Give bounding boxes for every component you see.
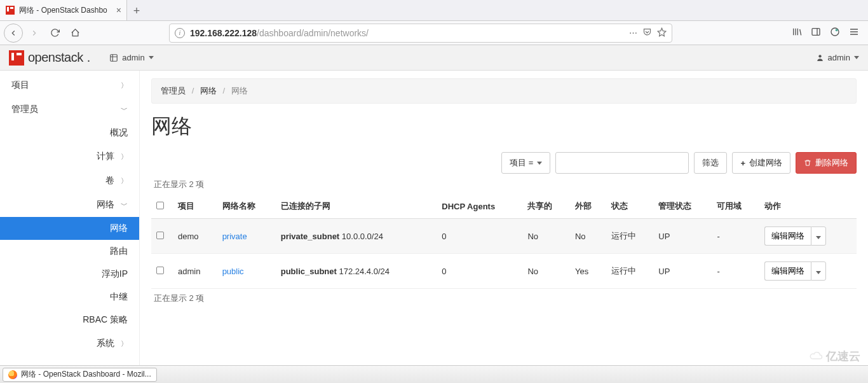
library-icon[interactable] bbox=[792, 27, 802, 39]
col-status[interactable]: 状态 bbox=[606, 194, 653, 219]
table-caption-top: 正在显示 2 项 bbox=[154, 179, 854, 190]
cell-az: - bbox=[712, 219, 759, 254]
sidebar-icon[interactable] bbox=[811, 27, 821, 39]
sidebar-compute[interactable]: 计算 〉 bbox=[0, 144, 139, 169]
new-tab-button[interactable]: + bbox=[127, 1, 146, 20]
breadcrumb: 管理员 / 网络 / 网络 bbox=[151, 78, 857, 104]
cell-status: 运行中 bbox=[606, 219, 653, 254]
sidebar-item-rbac[interactable]: RBAC 策略 bbox=[0, 309, 139, 331]
sidebar-project[interactable]: 项目 〉 bbox=[0, 73, 139, 97]
sidebar-volume[interactable]: 卷 〉 bbox=[0, 169, 139, 193]
breadcrumb-item[interactable]: 网络 bbox=[200, 86, 217, 95]
forward-button[interactable] bbox=[25, 24, 43, 42]
os-taskbar: 网络 - OpenStack Dashboard - Mozil... bbox=[0, 365, 868, 383]
row-action-menu[interactable] bbox=[811, 226, 826, 246]
cell-project: demo bbox=[173, 219, 217, 254]
caret-down-icon bbox=[816, 271, 821, 274]
filter-button[interactable]: 筛选 bbox=[694, 152, 727, 174]
col-project[interactable]: 项目 bbox=[173, 194, 217, 219]
col-actions: 动作 bbox=[759, 194, 857, 219]
col-az[interactable]: 可用域 bbox=[712, 194, 759, 219]
site-info-icon[interactable]: i bbox=[175, 28, 185, 38]
browser-toolbar: i 192.168.222.128/dashboard/admin/networ… bbox=[0, 21, 868, 45]
row-action-menu[interactable] bbox=[811, 261, 826, 281]
cell-az: - bbox=[712, 254, 759, 289]
col-external[interactable]: 外部 bbox=[570, 194, 606, 219]
table-toolbar: 项目 = 筛选 + 创建网络 删除网络 bbox=[151, 152, 857, 174]
sidebar-overview[interactable]: 概况 bbox=[0, 122, 139, 144]
sidebar-system[interactable]: 系统 〉 bbox=[0, 331, 139, 356]
domain-selector-label: admin bbox=[122, 53, 144, 62]
sidebar-network-group[interactable]: 网络 ﹀ bbox=[0, 193, 139, 217]
watermark: 亿速云 bbox=[810, 349, 860, 364]
profile-icon[interactable] bbox=[830, 27, 840, 39]
cell-project: admin bbox=[173, 254, 217, 289]
pocket-icon[interactable] bbox=[642, 27, 652, 39]
openstack-logo[interactable]: openstack. bbox=[9, 50, 90, 66]
url-bar[interactable]: i 192.168.222.128/dashboard/admin/networ… bbox=[169, 24, 672, 43]
domain-selector[interactable]: admin bbox=[109, 53, 153, 62]
svg-rect-1 bbox=[7, 7, 9, 11]
col-admin-state[interactable]: 管理状态 bbox=[653, 194, 712, 219]
row-action-split: 编辑网络 bbox=[764, 226, 826, 246]
edit-network-button[interactable]: 编辑网络 bbox=[764, 261, 811, 281]
sidebar-item-network[interactable]: 网络 bbox=[0, 217, 139, 240]
sidebar-item-floating-ip[interactable]: 浮动IP bbox=[0, 263, 139, 286]
menu-icon[interactable] bbox=[849, 27, 859, 39]
cell-shared: No bbox=[522, 254, 569, 289]
tab-title: 网络 - OpenStack Dashbo bbox=[19, 5, 112, 16]
table-caption-bottom: 正在显示 2 项 bbox=[154, 293, 854, 304]
col-subnets[interactable]: 已连接的子网 bbox=[276, 194, 437, 219]
sidebar-admin[interactable]: 管理员 ﹀ bbox=[0, 97, 139, 122]
home-button[interactable] bbox=[66, 24, 84, 42]
filter-type-select[interactable]: 项目 = bbox=[501, 152, 550, 174]
user-icon bbox=[816, 53, 824, 62]
col-name[interactable]: 网络名称 bbox=[217, 194, 276, 219]
sidebar-item-trunk[interactable]: 中继 bbox=[0, 286, 139, 309]
chevron-right-icon: 〉 bbox=[121, 339, 128, 349]
reload-button[interactable] bbox=[46, 24, 64, 42]
close-tab-icon[interactable]: × bbox=[116, 5, 121, 15]
svg-rect-2 bbox=[10, 7, 13, 9]
user-menu-label: admin bbox=[828, 53, 850, 62]
bookmark-star-icon[interactable] bbox=[657, 27, 667, 39]
breadcrumb-item[interactable]: 管理员 bbox=[161, 86, 186, 95]
svg-point-5 bbox=[836, 29, 838, 31]
caret-down-icon bbox=[537, 162, 542, 165]
network-link[interactable]: public bbox=[222, 267, 244, 276]
create-network-button[interactable]: + 创建网络 bbox=[732, 152, 790, 174]
cell-subnets: private_subnet 10.0.0.0/24 bbox=[276, 219, 437, 254]
networks-table: 项目 网络名称 已连接的子网 DHCP Agents 共享的 外部 状态 管理状… bbox=[151, 194, 857, 289]
caret-down-icon bbox=[854, 56, 859, 59]
select-all-checkbox[interactable] bbox=[156, 202, 164, 209]
openstack-wordmark: openstack bbox=[28, 50, 83, 65]
caret-down-icon bbox=[149, 56, 154, 59]
user-menu[interactable]: admin bbox=[816, 53, 859, 62]
col-shared[interactable]: 共享的 bbox=[522, 194, 569, 219]
cell-dhcp: 0 bbox=[437, 219, 522, 254]
sidebar-item-router[interactable]: 路由 bbox=[0, 240, 139, 263]
row-checkbox[interactable] bbox=[156, 267, 164, 274]
chevron-right-icon: 〉 bbox=[121, 81, 128, 90]
row-action-split: 编辑网络 bbox=[764, 261, 826, 281]
delete-network-button[interactable]: 删除网络 bbox=[796, 152, 857, 174]
taskbar-item[interactable]: 网络 - OpenStack Dashboard - Mozil... bbox=[3, 368, 157, 382]
cloud-icon bbox=[810, 352, 824, 361]
firefox-icon bbox=[8, 370, 17, 379]
back-button[interactable] bbox=[4, 24, 23, 43]
browser-tab[interactable]: 网络 - OpenStack Dashbo × bbox=[0, 0, 127, 20]
main-content: 管理员 / 网络 / 网络 网络 项目 = 筛选 + 创建网络 删除网络 正 bbox=[140, 71, 868, 365]
col-dhcp[interactable]: DHCP Agents bbox=[437, 194, 522, 219]
domain-icon bbox=[109, 53, 118, 62]
chevron-right-icon: 〉 bbox=[121, 152, 128, 162]
cell-status: 运行中 bbox=[606, 254, 653, 289]
network-link[interactable]: private bbox=[222, 232, 247, 241]
row-checkbox[interactable] bbox=[156, 232, 164, 239]
page-actions-icon[interactable]: ⋯ bbox=[629, 28, 637, 38]
edit-network-button[interactable]: 编辑网络 bbox=[764, 226, 811, 246]
cell-admin-state: UP bbox=[653, 254, 712, 289]
filter-input[interactable] bbox=[555, 152, 689, 174]
trash-icon bbox=[804, 159, 811, 167]
url-text: 192.168.222.128/dashboard/admin/networks… bbox=[190, 28, 624, 38]
chevron-down-icon: ﹀ bbox=[121, 200, 128, 210]
